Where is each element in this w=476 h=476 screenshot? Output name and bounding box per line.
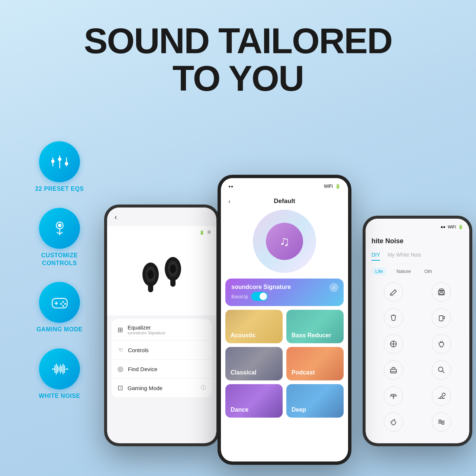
- equalizer-sub: soundcore Signature: [128, 331, 165, 335]
- svg-point-49: [442, 393, 445, 396]
- menu-gaming-mode[interactable]: ⊡ Gaming Mode ⓘ: [112, 379, 212, 397]
- noise-item-1[interactable]: [372, 282, 415, 304]
- phone-center-screen: ●● WiFi 🔋 ‹ Default ♫ soundcore Sig: [221, 178, 348, 461]
- noise-icon-water: [432, 412, 451, 432]
- svg-point-46: [438, 367, 443, 372]
- noise-item-5[interactable]: [372, 334, 415, 356]
- eq-card-dance[interactable]: Dance: [225, 384, 283, 418]
- battery-icon: 🔋: [199, 230, 205, 235]
- svg-rect-44: [390, 369, 396, 373]
- bassup-toggle[interactable]: [251, 292, 268, 301]
- controls-menu-icon: ☜: [118, 346, 123, 354]
- center-back-button[interactable]: ‹: [228, 197, 231, 205]
- bassup-label: BassUp: [231, 294, 248, 299]
- r-label: R: [208, 230, 211, 235]
- tab-diy[interactable]: DIY: [372, 252, 380, 261]
- podcast-label: Podcast: [292, 369, 315, 376]
- subtab-nature[interactable]: Nature: [393, 267, 415, 276]
- noise-icon-writing: [384, 282, 403, 302]
- feature-customize-label: CUSTOMIZECONTROLS: [41, 252, 78, 267]
- feature-gaming: GAMING MODE: [22, 282, 97, 334]
- right-sub-tabs: Life Nature Oth: [366, 264, 469, 279]
- noise-item-7[interactable]: [372, 360, 415, 382]
- svg-rect-35: [440, 289, 443, 291]
- svg-point-31: [170, 264, 176, 273]
- noise-icon-fire: [384, 412, 403, 432]
- eq-card-deep[interactable]: Deep: [286, 384, 344, 418]
- right-wifi-icon: WiFi: [448, 225, 456, 229]
- noise-item-9[interactable]: [372, 386, 415, 408]
- subtab-other[interactable]: Oth: [421, 267, 436, 276]
- svg-rect-32: [170, 276, 176, 287]
- svg-point-7: [58, 224, 61, 227]
- dance-label: Dance: [231, 406, 248, 413]
- eq-card-bass-reducer[interactable]: Bass Reducer: [286, 310, 344, 343]
- svg-point-11: [62, 301, 64, 303]
- center-title: Default: [274, 197, 295, 205]
- noise-item-11[interactable]: [372, 412, 415, 434]
- selected-eq-card[interactable]: soundcore Signature BassUp ✓: [225, 279, 344, 306]
- feature-eq-label: 22 PRESET EQS: [35, 185, 84, 193]
- noise-item-8[interactable]: [420, 360, 464, 382]
- noise-item-4[interactable]: [420, 308, 464, 330]
- left-top-bar: ‹: [107, 208, 216, 226]
- right-header: hite Noise: [366, 235, 469, 249]
- menu-equalizer[interactable]: ⊞ Equalizer soundcore Signature: [112, 319, 212, 341]
- deep-label: Deep: [292, 406, 306, 413]
- gaming-mode-label: Gaming Mode: [128, 385, 163, 391]
- feature-customize: CUSTOMIZECONTROLS: [22, 208, 97, 267]
- gaming-mode-info: ⓘ: [201, 385, 206, 391]
- bass-reducer-label: Bass Reducer: [292, 332, 331, 339]
- headline-text: SOUND TAILORED TO YOU: [0, 22, 476, 97]
- feature-gaming-circle: [39, 282, 80, 323]
- eq-card-classical[interactable]: Classical: [225, 347, 283, 380]
- noise-item-2[interactable]: [420, 282, 464, 304]
- svg-point-12: [64, 303, 66, 305]
- tab-my-white-noise[interactable]: My White Nois: [387, 252, 421, 261]
- feature-eq-circle: [39, 141, 80, 182]
- feature-gaming-label: GAMING MODE: [36, 326, 83, 334]
- left-menu: ⊞ Equalizer soundcore Signature ☜ Contro…: [112, 319, 212, 397]
- noise-item-3[interactable]: [372, 308, 415, 330]
- eq-card-podcast[interactable]: Podcast: [286, 347, 344, 380]
- right-title: hite Noise: [372, 237, 463, 245]
- classical-label: Classical: [231, 369, 256, 376]
- svg-point-3: [58, 157, 61, 161]
- wifi-icon: WiFi: [324, 184, 333, 189]
- noise-icon-travel: [384, 360, 403, 380]
- subtab-life[interactable]: Life: [372, 267, 387, 276]
- noise-icon-food: [384, 308, 403, 328]
- find-device-icon: ◎: [118, 365, 123, 373]
- right-tabs: DIY My White Nois: [366, 249, 469, 264]
- noise-icon-hands: [432, 334, 451, 354]
- noise-item-12[interactable]: [420, 412, 464, 434]
- feature-whitenoise-label: WHITE NOISE: [39, 392, 80, 400]
- center-status-bar: ●● WiFi 🔋: [221, 178, 348, 194]
- menu-find-device[interactable]: ◎ Find Device: [112, 360, 212, 379]
- menu-controls[interactable]: ☜ Controls: [112, 341, 212, 360]
- feature-whitenoise-circle: [39, 348, 80, 389]
- acoustic-label: Acoustic: [231, 332, 256, 339]
- phone-right-screen: ●● WiFi 🔋 hite Noise DIY My White Nois: [366, 219, 469, 443]
- svg-rect-36: [440, 293, 443, 295]
- svg-point-13: [60, 303, 62, 305]
- phone-left: ‹ 🔋 R: [104, 205, 219, 446]
- noise-grid: [366, 279, 469, 438]
- svg-point-27: [148, 270, 154, 279]
- phone-right: ●● WiFi 🔋 hite Noise DIY My White Nois: [363, 216, 472, 446]
- controls-label: Controls: [128, 347, 149, 353]
- selected-eq-name: soundcore Signature: [231, 284, 291, 290]
- noise-icon-magnify: [432, 360, 451, 380]
- headline-section: SOUND TAILORED TO YOU: [0, 0, 476, 109]
- right-status-bar: ●● WiFi 🔋: [366, 219, 469, 235]
- eq-card-acoustic[interactable]: Acoustic: [225, 310, 283, 343]
- center-header: ‹ Default: [221, 194, 348, 208]
- left-back-arrow: ‹: [115, 213, 117, 221]
- noise-item-6[interactable]: [420, 334, 464, 356]
- signal-icon: ●●: [228, 184, 233, 189]
- feature-whitenoise: WHITE NOISE: [22, 348, 97, 400]
- touch-icon: [49, 218, 70, 238]
- feature-customize-circle: [39, 208, 80, 249]
- earbuds-svg: [136, 245, 188, 297]
- noise-item-10[interactable]: [420, 386, 464, 408]
